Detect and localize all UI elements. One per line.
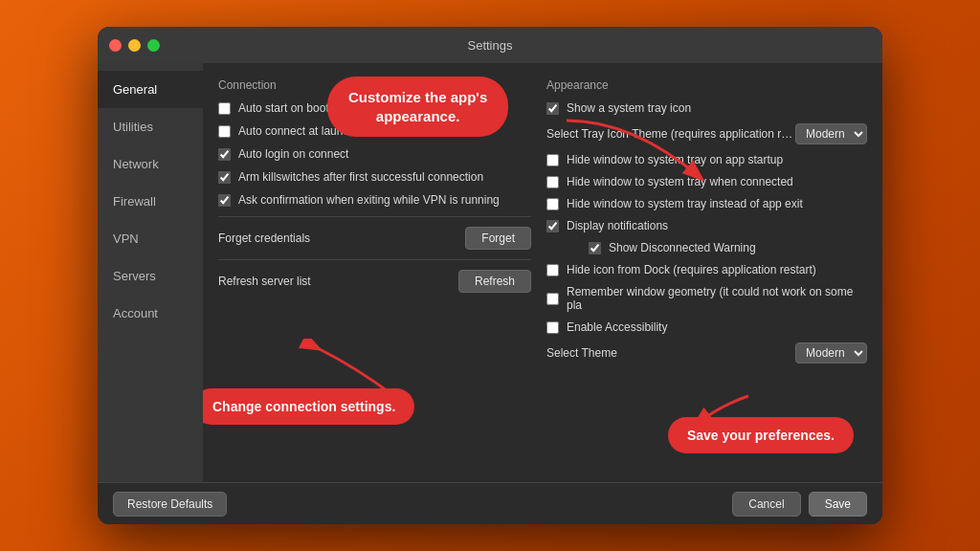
hide-connected-row: Hide window to system tray when connecte… [546,175,867,188]
killswitch-label: Arm killswitches after first successful … [238,170,483,184]
save-button[interactable]: Save [809,492,867,517]
autoconnect-checkbox[interactable] [218,125,231,138]
forget-label: Forget credentials [218,231,310,245]
autologin-label: Auto login on connect [238,147,348,161]
sidebar-item-account[interactable]: Account [98,295,203,332]
minimize-button[interactable] [128,39,141,52]
hide-dock-row: Hide icon from Dock (requires applicatio… [546,263,867,276]
forget-row: Forget credentials Forget [218,216,531,250]
restore-defaults-button[interactable]: Restore Defaults [113,492,227,517]
checkbox-askconfirm: Ask confirmation when exiting while VPN … [218,193,531,207]
main-content: Connection Auto start on boot Auto conne… [203,63,882,482]
display-notif-label: Display notifications [567,219,668,232]
hide-connected-checkbox[interactable] [546,176,559,188]
show-disconnected-label: Show Disconnected Warning [609,241,756,254]
sidebar: General Utilities Network Firewall VPN S… [98,63,203,482]
checkbox-killswitch: Arm killswitches after first successful … [218,170,531,184]
autostart-label: Auto start on boot [238,101,329,115]
hide-startup-row: Hide window to system tray on app startu… [546,153,867,166]
show-disconnected-row: Show Disconnected Warning [589,241,867,254]
appearance-section: Appearance Show a system tray icon Selec… [546,78,867,467]
autologin-checkbox[interactable] [218,148,231,161]
sidebar-item-vpn[interactable]: VPN [98,220,203,257]
select-theme-row: Select Theme Modern [546,342,867,364]
footer: Restore Defaults Cancel Save [98,482,882,524]
maximize-button[interactable] [147,39,160,52]
connection-section: Connection Auto start on boot Auto conne… [218,78,531,467]
display-notif-row: Display notifications [546,219,867,232]
remember-geometry-checkbox[interactable] [546,293,559,305]
refresh-label: Refresh server list [218,275,311,288]
hide-appexit-checkbox[interactable] [546,198,559,210]
enable-accessibility-checkbox[interactable] [546,321,559,334]
hide-startup-label: Hide window to system tray on app startu… [567,153,783,166]
askconfirm-label: Ask confirmation when exiting while VPN … [238,193,500,207]
footer-actions: Cancel Save [732,492,867,517]
enable-accessibility-label: Enable Accessibility [567,320,667,334]
forget-button[interactable]: Forget [465,227,531,250]
traffic-lights [109,39,160,52]
tray-theme-select[interactable]: Modern [795,123,867,144]
hide-appexit-row: Hide window to system tray instead of ap… [546,197,867,210]
tray-theme-label: Select Tray Icon Theme (requires applica… [546,127,795,141]
cancel-button[interactable]: Cancel [732,492,800,517]
appearance-title: Appearance [546,78,867,92]
refresh-button[interactable]: Refresh [458,270,531,293]
show-tray-row: Show a system tray icon [546,101,867,115]
show-tray-label: Show a system tray icon [567,101,691,115]
show-disconnected-checkbox[interactable] [589,242,601,254]
remember-geometry-row: Remember window geometry (it could not w… [546,285,867,312]
hide-appexit-label: Hide window to system tray instead of ap… [567,197,803,210]
tray-theme-row: Select Tray Icon Theme (requires applica… [546,123,867,144]
content-area: General Utilities Network Firewall VPN S… [98,63,882,482]
sidebar-item-network[interactable]: Network [98,145,203,183]
hide-connected-label: Hide window to system tray when connecte… [567,175,793,188]
sidebar-item-general[interactable]: General [98,71,203,108]
display-notif-checkbox[interactable] [546,220,559,232]
theme-select[interactable]: Modern [795,342,867,364]
autostart-checkbox[interactable] [218,102,231,115]
enable-accessibility-row: Enable Accessibility [546,320,867,334]
askconfirm-checkbox[interactable] [218,194,231,207]
show-tray-checkbox[interactable] [546,102,559,115]
remember-geometry-label: Remember window geometry (it could not w… [567,285,867,312]
checkbox-autoconnect: Auto connect at launch [218,124,531,138]
checkbox-autostart: Auto start on boot [218,101,531,115]
settings-window: Settings General Utilities Network Firew… [98,27,882,524]
hide-dock-label: Hide icon from Dock (requires applicatio… [567,263,816,276]
window-title: Settings [468,38,513,53]
hide-startup-checkbox[interactable] [546,154,559,166]
sidebar-item-firewall[interactable]: Firewall [98,183,203,220]
sidebar-item-servers[interactable]: Servers [98,257,203,295]
checkbox-autologin: Auto login on connect [218,147,531,161]
hide-dock-checkbox[interactable] [546,264,559,276]
close-button[interactable] [109,39,122,52]
theme-label: Select Theme [546,346,617,360]
autoconnect-label: Auto connect at launch [238,124,355,138]
titlebar: Settings [98,27,882,63]
connection-title: Connection [218,78,531,92]
refresh-row: Refresh server list Refresh [218,259,531,293]
sidebar-item-utilities[interactable]: Utilities [98,108,203,145]
killswitch-checkbox[interactable] [218,171,231,184]
